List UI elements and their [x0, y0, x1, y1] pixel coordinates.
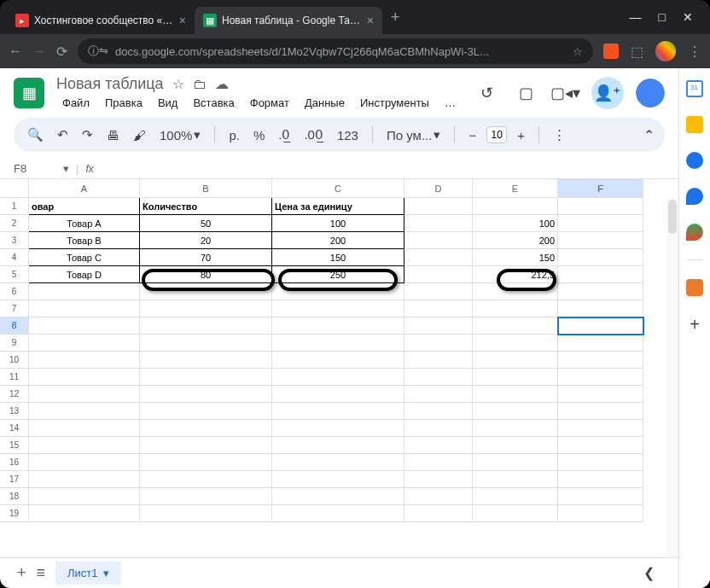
- menu-Файл[interactable]: Файл: [56, 95, 96, 111]
- cell-B10[interactable]: [140, 352, 272, 369]
- cell-A9[interactable]: [29, 335, 140, 352]
- cell-C18[interactable]: [272, 488, 404, 505]
- cell-E6[interactable]: [473, 283, 558, 300]
- maps-icon[interactable]: [686, 224, 703, 241]
- increase-font-button[interactable]: +: [514, 125, 528, 146]
- sheet-tab-active[interactable]: Лист1 ▾: [55, 562, 120, 585]
- row-header-14[interactable]: 14: [0, 420, 29, 437]
- cell-F6[interactable]: [558, 283, 643, 300]
- cell-A18[interactable]: [29, 488, 140, 505]
- cell-D10[interactable]: [404, 352, 473, 369]
- cell-F18[interactable]: [558, 488, 643, 505]
- add-sheet-button[interactable]: +: [17, 564, 26, 582]
- sheets-logo-icon[interactable]: ▦: [14, 78, 44, 108]
- cell-D7[interactable]: [404, 300, 473, 317]
- cell-B12[interactable]: [140, 386, 272, 403]
- col-header-C[interactable]: C: [272, 179, 404, 198]
- cell-F2[interactable]: [558, 215, 643, 232]
- cell-C11[interactable]: [272, 369, 404, 386]
- cell-B14[interactable]: [140, 420, 272, 437]
- cell-A8[interactable]: [29, 317, 140, 335]
- cell-A6[interactable]: [29, 283, 140, 300]
- menu-…[interactable]: …: [439, 95, 462, 111]
- cell-B18[interactable]: [140, 488, 272, 505]
- cell-A15[interactable]: [29, 437, 140, 454]
- profile-avatar[interactable]: [655, 41, 676, 61]
- col-header-A[interactable]: A: [29, 179, 140, 198]
- cell-F4[interactable]: [558, 249, 643, 266]
- cell-B8[interactable]: [140, 317, 272, 335]
- extension-icon-1[interactable]: [603, 44, 619, 59]
- col-header-B[interactable]: B: [140, 179, 272, 198]
- cell-F17[interactable]: [558, 471, 643, 488]
- row-header-16[interactable]: 16: [0, 454, 29, 471]
- menu-Вид[interactable]: Вид: [152, 95, 184, 111]
- col-header-D[interactable]: D: [404, 179, 473, 198]
- cell-B17[interactable]: [140, 471, 272, 488]
- cell-D19[interactable]: [404, 505, 473, 522]
- maximize-button[interactable]: □: [659, 10, 666, 24]
- more-formats-button[interactable]: 123: [334, 125, 362, 146]
- redo-button[interactable]: ↷: [79, 124, 96, 146]
- browser-tab-0[interactable]: ▸ Хостинговое сообщество «Tim ×: [7, 7, 195, 34]
- cell-D2[interactable]: [404, 215, 473, 232]
- cell-E3[interactable]: 200: [473, 232, 558, 249]
- row-header-6[interactable]: 6: [0, 283, 29, 300]
- row-header-15[interactable]: 15: [0, 437, 29, 454]
- cell-E14[interactable]: [473, 420, 558, 437]
- collapse-toolbar-icon[interactable]: ⌃: [643, 127, 655, 143]
- row-header-2[interactable]: 2: [0, 215, 29, 232]
- row-header-17[interactable]: 17: [0, 471, 29, 488]
- cell-B16[interactable]: [140, 454, 272, 471]
- row-header-12[interactable]: 12: [0, 386, 29, 403]
- cell-D5[interactable]: [404, 266, 473, 283]
- row-header-1[interactable]: 1: [0, 198, 29, 215]
- row-header-4[interactable]: 4: [0, 249, 29, 266]
- site-info-icon[interactable]: ⓘ⇋: [88, 44, 108, 59]
- menu-Формат[interactable]: Формат: [244, 95, 295, 111]
- col-header-E[interactable]: E: [473, 179, 558, 198]
- decrease-decimal-button[interactable]: .0̲: [275, 124, 294, 146]
- cell-C15[interactable]: [272, 437, 404, 454]
- addon-icon[interactable]: [686, 279, 703, 296]
- cell-F1[interactable]: [558, 198, 643, 215]
- row-header-18[interactable]: 18: [0, 488, 29, 505]
- cell-E15[interactable]: [473, 437, 558, 454]
- cell-F14[interactable]: [558, 420, 643, 437]
- cell-A17[interactable]: [29, 471, 140, 488]
- increase-decimal-button[interactable]: .00̲: [300, 124, 327, 146]
- cell-B6[interactable]: [140, 283, 272, 300]
- cell-A4[interactable]: Товар C: [29, 249, 140, 266]
- bookmark-star-icon[interactable]: ☆: [573, 45, 583, 58]
- cell-D9[interactable]: [404, 335, 473, 352]
- comments-icon[interactable]: ▢: [513, 79, 540, 107]
- cell-A2[interactable]: Товар A: [29, 215, 140, 232]
- cell-D16[interactable]: [404, 454, 473, 471]
- cell-C10[interactable]: [272, 352, 404, 369]
- cell-A7[interactable]: [29, 300, 140, 317]
- cell-C14[interactable]: [272, 420, 404, 437]
- tasks-icon[interactable]: [686, 152, 703, 169]
- cell-C3[interactable]: 200: [272, 232, 404, 249]
- cell-B11[interactable]: [140, 369, 272, 386]
- calendar-icon[interactable]: 31: [686, 80, 703, 97]
- search-menu-icon[interactable]: 🔍: [24, 124, 47, 146]
- cell-B1[interactable]: Количество: [140, 198, 272, 215]
- cell-A13[interactable]: [29, 403, 140, 420]
- cell-E7[interactable]: [473, 300, 558, 317]
- cell-B3[interactable]: 20: [140, 232, 272, 249]
- cell-F5[interactable]: [558, 266, 643, 283]
- cell-D12[interactable]: [404, 386, 473, 403]
- cell-E17[interactable]: [473, 471, 558, 488]
- cell-D17[interactable]: [404, 471, 473, 488]
- cell-F8[interactable]: [558, 317, 643, 335]
- toolbar-more-button[interactable]: ⋮: [550, 124, 569, 146]
- cell-B5[interactable]: 80: [140, 266, 272, 283]
- col-header-F[interactable]: F: [558, 179, 643, 198]
- currency-button[interactable]: р.: [225, 125, 243, 146]
- document-title[interactable]: Новая таблица: [56, 75, 164, 93]
- cell-D6[interactable]: [404, 283, 473, 300]
- cell-A5[interactable]: Товар D: [29, 266, 140, 283]
- cell-A19[interactable]: [29, 505, 140, 522]
- cell-E13[interactable]: [473, 403, 558, 420]
